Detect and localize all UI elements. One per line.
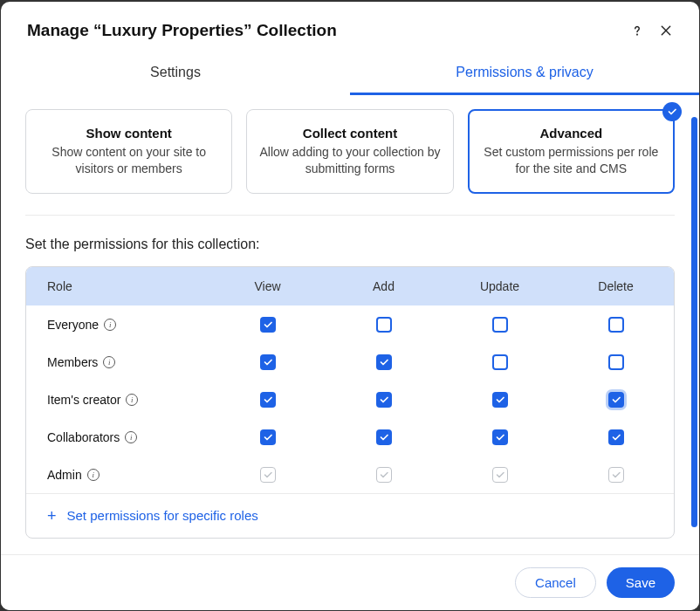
td-col	[442, 429, 558, 445]
save-button[interactable]: Save	[607, 567, 675, 598]
td-col	[209, 354, 326, 370]
info-icon[interactable]: i	[125, 431, 137, 443]
checkbox[interactable]	[492, 354, 508, 370]
td-col	[209, 429, 326, 445]
role-label: Everyone	[47, 318, 99, 332]
info-icon[interactable]: i	[87, 469, 100, 481]
check-icon	[662, 102, 682, 121]
checkbox[interactable]	[608, 317, 624, 333]
card-desc: Allow adding to your collection by submi…	[259, 144, 440, 177]
checkbox[interactable]	[492, 392, 508, 408]
td-col	[442, 354, 558, 370]
checkbox[interactable]	[376, 354, 392, 370]
checkbox[interactable]	[492, 429, 508, 445]
td-col	[209, 467, 326, 483]
checkbox[interactable]	[376, 317, 392, 333]
info-icon[interactable]: i	[126, 394, 138, 406]
td-role: Item's creatori	[26, 393, 209, 407]
role-label: Collaborators	[47, 430, 120, 444]
th-view: View	[209, 279, 326, 293]
td-col	[558, 429, 674, 445]
info-icon[interactable]: i	[104, 319, 116, 331]
checkbox	[492, 467, 508, 483]
card-show-content[interactable]: Show content Show content on your site t…	[25, 109, 232, 194]
td-role: Membersi	[26, 355, 209, 369]
content-area: Show content Show content on your site t…	[1, 95, 699, 554]
card-advanced[interactable]: Advanced Set custom permissions per role…	[468, 109, 675, 194]
modal-title: Manage “Luxury Properties” Collection	[27, 21, 337, 40]
card-title: Advanced	[481, 126, 662, 141]
role-label: Members	[47, 355, 98, 369]
scrollbar[interactable]	[691, 117, 697, 527]
role-label: Item's creator	[47, 393, 120, 407]
svg-point-0	[637, 34, 638, 35]
td-col	[326, 354, 442, 370]
checkbox[interactable]	[608, 392, 624, 408]
cancel-button[interactable]: Cancel	[515, 567, 596, 598]
checkbox	[260, 467, 276, 483]
table-row: Membersi	[26, 343, 674, 381]
checkbox	[376, 467, 392, 483]
card-title: Show content	[38, 126, 219, 141]
card-desc: Set custom permissions per role for the …	[481, 144, 662, 177]
checkbox[interactable]	[260, 429, 276, 445]
td-col	[442, 392, 558, 408]
table-header: Role View Add Update Delete	[26, 267, 674, 306]
option-cards: Show content Show content on your site t…	[25, 109, 675, 194]
td-col	[558, 354, 674, 370]
tab-settings[interactable]: Settings	[1, 52, 350, 95]
td-col	[558, 317, 674, 333]
checkbox	[608, 467, 624, 483]
td-col	[558, 392, 674, 408]
header-icons	[629, 23, 673, 38]
td-col	[442, 467, 558, 483]
td-col	[558, 467, 674, 483]
td-col	[209, 317, 326, 333]
checkbox[interactable]	[260, 354, 276, 370]
checkbox[interactable]	[376, 429, 392, 445]
set-specific-roles-link[interactable]: + Set permissions for specific roles	[26, 493, 674, 538]
modal-header: Manage “Luxury Properties” Collection	[1, 2, 699, 52]
table-row: Everyonei	[26, 306, 674, 343]
checkbox[interactable]	[608, 354, 624, 370]
modal-footer: Cancel Save	[1, 554, 699, 610]
th-role: Role	[26, 279, 209, 293]
divider	[25, 215, 675, 216]
plus-icon: +	[47, 508, 57, 524]
th-update: Update	[442, 279, 558, 293]
section-title: Set the permissions for this collection:	[25, 237, 675, 252]
footer-link-label: Set permissions for specific roles	[67, 508, 258, 523]
checkbox[interactable]	[260, 392, 276, 408]
table-row: Admini	[26, 456, 674, 493]
permissions-table: Role View Add Update Delete EveryoneiMem…	[25, 266, 675, 539]
tabs: Settings Permissions & privacy	[1, 52, 699, 95]
td-role: Collaboratorsi	[26, 430, 209, 444]
help-icon[interactable]	[629, 23, 645, 38]
table-row: Collaboratorsi	[26, 418, 674, 456]
td-col	[326, 317, 442, 333]
card-collect-content[interactable]: Collect content Allow adding to your col…	[246, 109, 453, 194]
td-role: Admini	[26, 468, 209, 482]
checkbox[interactable]	[492, 317, 508, 333]
td-col	[442, 317, 558, 333]
manage-collection-modal: Manage “Luxury Properties” Collection Se…	[1, 2, 699, 610]
checkbox[interactable]	[376, 392, 392, 408]
th-add: Add	[326, 279, 442, 293]
td-col	[326, 429, 442, 445]
tab-permissions[interactable]: Permissions & privacy	[350, 52, 699, 95]
td-col	[326, 392, 442, 408]
card-title: Collect content	[259, 126, 440, 141]
checkbox[interactable]	[260, 317, 276, 333]
role-label: Admin	[47, 468, 82, 482]
info-icon[interactable]: i	[103, 356, 115, 368]
card-desc: Show content on your site to visitors or…	[38, 144, 219, 177]
table-row: Item's creatori	[26, 381, 674, 418]
checkbox[interactable]	[608, 429, 624, 445]
th-delete: Delete	[558, 279, 674, 293]
td-col	[209, 392, 326, 408]
td-col	[326, 467, 442, 483]
close-icon[interactable]	[659, 24, 673, 38]
td-role: Everyonei	[26, 318, 209, 332]
